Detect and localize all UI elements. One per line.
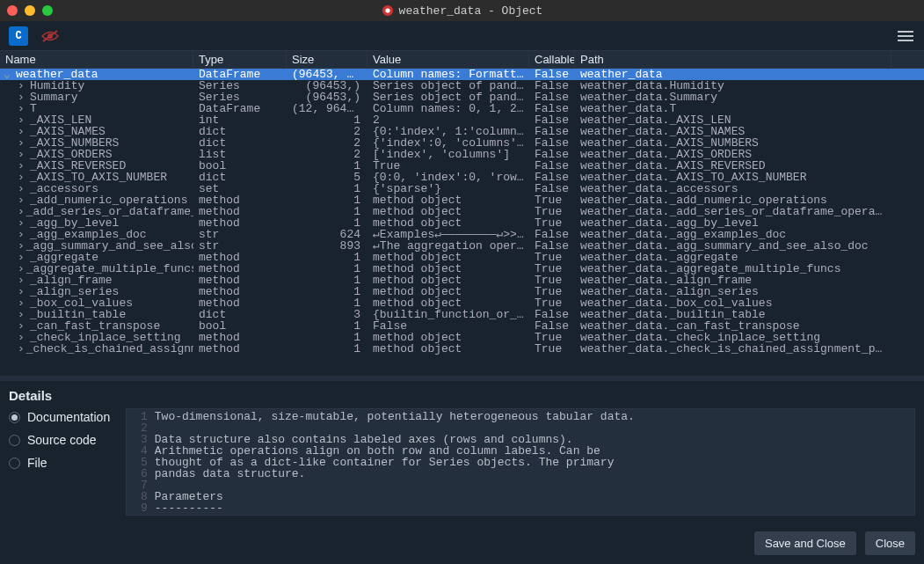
table-row[interactable]: ›_AXIS_LENint12Falseweather_data._AXIS_L… xyxy=(0,114,924,126)
expand-arrow-icon[interactable]: › xyxy=(18,217,28,229)
row-path: weather_data._align_series xyxy=(575,286,891,297)
expand-arrow-icon[interactable]: › xyxy=(18,126,28,137)
table-row[interactable]: ›_accessorsset1{'sparse'}Falseweather_da… xyxy=(0,183,924,194)
row-name: _AXIS_REVERSED xyxy=(30,160,126,172)
table-row[interactable]: ›HumiditySeries(96453,)Series object of … xyxy=(0,80,924,92)
row-type: set xyxy=(193,183,287,194)
table-row[interactable]: ›_aggregate_multiple_funcsmethod1method … xyxy=(0,263,924,275)
col-name[interactable]: Name xyxy=(0,51,193,68)
expand-arrow-icon[interactable]: › xyxy=(18,332,28,343)
row-callable: True xyxy=(529,252,575,263)
table-row[interactable]: ›TDataFrame(12, 96453)Column names: 0, 1… xyxy=(0,103,924,114)
table-row[interactable]: ›_can_fast_transposebool1FalseFalseweath… xyxy=(0,320,924,332)
expand-arrow-icon[interactable]: › xyxy=(18,92,28,103)
table-row[interactable]: ›_align_seriesmethod1method objectTruewe… xyxy=(0,286,924,297)
expand-arrow-icon[interactable]: › xyxy=(18,149,28,160)
row-callable: False xyxy=(529,69,575,80)
row-path: weather_data._AXIS_LEN xyxy=(575,114,891,126)
row-size: 1 xyxy=(287,206,367,217)
row-value: ['index', 'columns'] xyxy=(367,149,529,160)
table-row[interactable]: ›_check_inplace_settingmethod1method obj… xyxy=(0,332,924,343)
expand-arrow-icon[interactable]: › xyxy=(18,160,28,172)
table-row[interactable]: ›_agg_by_levelmethod1method objectTruewe… xyxy=(0,217,924,229)
row-size: 1 xyxy=(287,320,367,332)
expand-arrow-icon[interactable]: ⌄ xyxy=(4,69,14,80)
table-body[interactable]: ⌄weather_dataDataFrame(96453, 12)Column … xyxy=(0,69,924,376)
row-callable: False xyxy=(529,309,575,320)
expand-arrow-icon[interactable]: › xyxy=(18,206,25,217)
object-table: Name Type Size Value Callable Path ⌄weat… xyxy=(0,51,924,376)
expand-arrow-icon[interactable]: › xyxy=(18,103,28,114)
table-row[interactable]: ›_box_col_valuesmethod1method objectTrue… xyxy=(0,297,924,309)
expand-arrow-icon[interactable]: › xyxy=(18,309,28,320)
row-path: weather_data.Summary xyxy=(575,92,891,103)
expand-arrow-icon[interactable]: › xyxy=(18,286,28,297)
expand-arrow-icon[interactable]: › xyxy=(18,320,28,332)
expand-arrow-icon[interactable]: › xyxy=(18,343,25,355)
row-callable: False xyxy=(529,126,575,137)
expand-arrow-icon[interactable]: › xyxy=(18,275,28,286)
toggle-visibility-icon[interactable] xyxy=(40,26,60,46)
documentation-view[interactable]: 12345678910 Two-dimensional, size-mutabl… xyxy=(126,408,915,516)
row-size: 1 xyxy=(287,275,367,286)
table-row[interactable]: ›SummarySeries(96453,)Series object of p… xyxy=(0,92,924,103)
table-row[interactable]: ›_builtin_tabledict3{builtin_function_or… xyxy=(0,309,924,320)
table-row[interactable]: ›_AXIS_TO_AXIS_NUMBERdict5{0:0, 'index':… xyxy=(0,172,924,183)
save-and-close-button[interactable]: Save and Close xyxy=(754,531,856,555)
table-row[interactable]: ›_AXIS_ORDERSlist2['index', 'columns']Fa… xyxy=(0,149,924,160)
row-path: weather_data._add_numeric_operations xyxy=(575,194,891,206)
table-row[interactable]: ›_agg_summary_and_see_also…str893↵The ag… xyxy=(0,240,924,252)
table-row[interactable]: ›_check_is_chained_assignm…method1method… xyxy=(0,343,924,355)
table-row[interactable]: ›_add_numeric_operationsmethod1method ob… xyxy=(0,194,924,206)
table-row[interactable]: ›_align_framemethod1method objectTruewea… xyxy=(0,275,924,286)
row-size: 2 xyxy=(287,137,367,149)
table-row[interactable]: ›_AXIS_NUMBERSdict2{'index':0, 'columns'… xyxy=(0,137,924,149)
table-row[interactable]: ⌄weather_dataDataFrame(96453, 12)Column … xyxy=(0,69,924,80)
row-value: {'index':0, 'columns':1} xyxy=(367,137,529,149)
table-row[interactable]: ›_AXIS_NAMESdict2{0:'index', 1:'columns'… xyxy=(0,126,924,137)
col-size[interactable]: Size xyxy=(287,51,367,68)
expand-arrow-icon[interactable]: › xyxy=(18,252,28,263)
col-path[interactable]: Path xyxy=(575,51,891,68)
row-size: 1 xyxy=(287,297,367,309)
titlebar: weather_data - Object xyxy=(0,0,924,21)
row-size: 1 xyxy=(287,332,367,343)
row-value: method object xyxy=(367,343,529,355)
row-type: str xyxy=(193,240,287,252)
radio-documentation[interactable]: Documentation xyxy=(9,410,110,424)
c-button[interactable]: C xyxy=(9,26,28,46)
row-type: method xyxy=(193,263,287,275)
col-type[interactable]: Type xyxy=(193,51,287,68)
radio-label: Source code xyxy=(27,433,97,447)
radio-file[interactable]: File xyxy=(9,456,110,470)
expand-arrow-icon[interactable]: › xyxy=(18,137,28,149)
table-row[interactable]: ›_AXIS_REVERSEDbool1TrueFalseweather_dat… xyxy=(0,160,924,172)
expand-arrow-icon[interactable]: › xyxy=(18,194,28,206)
expand-arrow-icon[interactable]: › xyxy=(18,229,28,240)
row-name: _box_col_values xyxy=(30,297,133,309)
hamburger-menu-icon[interactable] xyxy=(896,26,915,46)
table-row[interactable]: ›_agg_examples_docstr624↵Examples↵——————… xyxy=(0,229,924,240)
row-name: _add_numeric_operations xyxy=(30,194,187,206)
row-callable: False xyxy=(529,114,575,126)
col-value[interactable]: Value xyxy=(367,51,529,68)
table-row[interactable]: ›_aggregatemethod1method objectTrueweath… xyxy=(0,252,924,263)
expand-arrow-icon[interactable]: › xyxy=(18,172,28,183)
expand-arrow-icon[interactable]: › xyxy=(18,240,25,252)
expand-arrow-icon[interactable]: › xyxy=(18,263,25,275)
radio-source-code[interactable]: Source code xyxy=(9,433,110,447)
row-name: _AXIS_TO_AXIS_NUMBER xyxy=(30,172,167,183)
close-button[interactable]: Close xyxy=(865,531,915,555)
col-callable[interactable]: Callable xyxy=(529,51,575,68)
table-header: Name Type Size Value Callable Path xyxy=(0,51,924,69)
row-path: weather_data._agg_examples_doc xyxy=(575,229,891,240)
row-name: _AXIS_NUMBERS xyxy=(30,137,119,149)
expand-arrow-icon[interactable]: › xyxy=(18,80,28,92)
row-callable: True xyxy=(529,343,575,355)
expand-arrow-icon[interactable]: › xyxy=(18,183,28,194)
row-callable: False xyxy=(529,103,575,114)
expand-arrow-icon[interactable]: › xyxy=(18,114,28,126)
table-row[interactable]: ›_add_series_or_dataframe_…method1method… xyxy=(0,206,924,217)
expand-arrow-icon[interactable]: › xyxy=(18,297,28,309)
row-type: dict xyxy=(193,309,287,320)
